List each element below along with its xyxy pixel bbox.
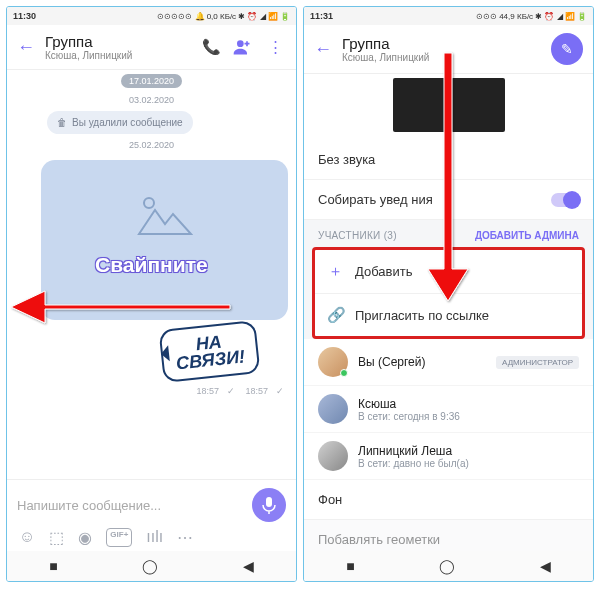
media-thumb[interactable] — [451, 78, 505, 132]
link-icon: 🔗 — [327, 306, 343, 324]
chat-subtitle: Ксюша, Липницкий — [45, 50, 190, 61]
status-icons: ⊙⊙⊙44,9 КБ/с✱ ⏰ ◢ 📶 🔋 — [476, 12, 587, 21]
nav-bar: ■ ◯ ◀ — [7, 551, 296, 581]
nav-back[interactable]: ◀ — [540, 558, 551, 574]
gallery-icon[interactable]: ⬚ — [49, 528, 64, 547]
chat-body: 17.01.2020 03.02.2020 🗑Вы удалили сообще… — [7, 70, 296, 479]
edit-button[interactable]: ✎ — [551, 33, 583, 65]
date-label: 25.02.2020 — [7, 136, 296, 154]
mic-button[interactable] — [252, 488, 286, 522]
menu-icon[interactable]: ⋮ — [264, 38, 286, 56]
toggle-on[interactable] — [551, 193, 579, 207]
invite-actions-highlight: ＋ Добавить 🔗 Пригласить по ссылке — [312, 247, 585, 339]
group-title: Группа — [342, 35, 541, 52]
avatar — [318, 347, 348, 377]
status-time: 11:31 — [310, 11, 333, 21]
camera-icon[interactable]: ◉ — [78, 528, 92, 547]
member-row[interactable]: КсюшаВ сети: сегодня в 9:36 — [304, 386, 593, 433]
admin-badge: АДМИНИСТРАТОР — [496, 356, 579, 369]
date-label: 03.02.2020 — [7, 91, 296, 109]
back-icon[interactable]: ← — [314, 39, 332, 60]
trash-icon: 🗑 — [57, 117, 67, 128]
member-row[interactable]: Вы (Сергей) АДМИНИСТРАТОР — [304, 339, 593, 386]
nav-back[interactable]: ◀ — [243, 558, 254, 574]
avatar — [318, 441, 348, 471]
add-admin-link[interactable]: ДОБАВИТЬ АДМИНА — [475, 230, 579, 241]
audio-icon[interactable]: ıılı — [146, 528, 163, 547]
status-icons: ⊙⊙⊙⊙⊙ 🔔0,0 КБ/с✱ ⏰ ◢ 📶 🔋 — [157, 12, 290, 21]
svg-point-0 — [237, 40, 244, 47]
svg-point-1 — [144, 198, 154, 208]
nav-home[interactable]: ◯ — [439, 558, 455, 574]
sticker-na-svyazi[interactable]: НАСВЯЗИ! — [158, 320, 260, 383]
status-bar: 11:31 ⊙⊙⊙44,9 КБ/с✱ ⏰ ◢ 📶 🔋 — [304, 7, 593, 25]
svg-rect-2 — [266, 497, 272, 507]
message-input[interactable]: Напишите сообщение... — [17, 498, 244, 513]
plus-icon: ＋ — [327, 262, 343, 281]
nav-recent[interactable]: ■ — [49, 558, 57, 574]
group-header: ← Группа Ксюша, Липницкий ✎ — [304, 25, 593, 74]
date-pill: 17.01.2020 — [121, 74, 182, 88]
background-setting[interactable]: Фон — [304, 480, 593, 520]
media-thumb[interactable] — [393, 78, 447, 132]
sticker-icon[interactable]: ☺ — [19, 528, 35, 547]
phone-left: 11:30 ⊙⊙⊙⊙⊙ 🔔0,0 КБ/с✱ ⏰ ◢ 📶 🔋 ← Группа … — [6, 6, 297, 582]
geo-setting[interactable]: Побавлять геометки — [304, 520, 593, 551]
mute-setting[interactable]: Без звука — [304, 140, 593, 180]
status-bar: 11:30 ⊙⊙⊙⊙⊙ 🔔0,0 КБ/с✱ ⏰ ◢ 📶 🔋 — [7, 7, 296, 25]
more-icon[interactable]: ⋯ — [177, 528, 193, 547]
input-bar: Напишите сообщение... ☺ ⬚ ◉ GIF+ ıılı ⋯ — [7, 479, 296, 551]
avatar — [318, 394, 348, 424]
nav-recent[interactable]: ■ — [346, 558, 354, 574]
back-icon[interactable]: ← — [17, 37, 35, 58]
nav-home[interactable]: ◯ — [142, 558, 158, 574]
add-participant[interactable]: ＋ Добавить — [315, 250, 582, 294]
status-time: 11:30 — [13, 11, 36, 21]
chat-header: ← Группа Ксюша, Липницкий 📞 ⋮ — [7, 25, 296, 70]
member-row[interactable]: Липницкий ЛешаВ сети: давно не был(а) — [304, 433, 593, 480]
mountain-icon — [135, 194, 195, 240]
collect-notifications[interactable]: Собирать увед ния — [304, 180, 593, 220]
group-subtitle: Ксюша, Липницкий — [342, 52, 541, 63]
media-row[interactable] — [304, 74, 593, 140]
phone-right: 11:31 ⊙⊙⊙44,9 КБ/с✱ ⏰ ◢ 📶 🔋 ← Группа Ксю… — [303, 6, 594, 582]
invite-link[interactable]: 🔗 Пригласить по ссылке — [315, 294, 582, 336]
chat-title: Группа — [45, 33, 190, 50]
nav-bar: ■ ◯ ◀ — [304, 551, 593, 581]
gif-icon[interactable]: GIF+ — [106, 528, 132, 547]
call-icon[interactable]: 📞 — [200, 38, 222, 56]
add-user-icon[interactable] — [232, 37, 254, 57]
participants-header: УЧАСТНИКИ (3) ДОБАВИТЬ АДМИНА — [304, 220, 593, 247]
image-sticker[interactable] — [41, 160, 288, 320]
deleted-message: 🗑Вы удалили сообщение — [47, 111, 193, 134]
